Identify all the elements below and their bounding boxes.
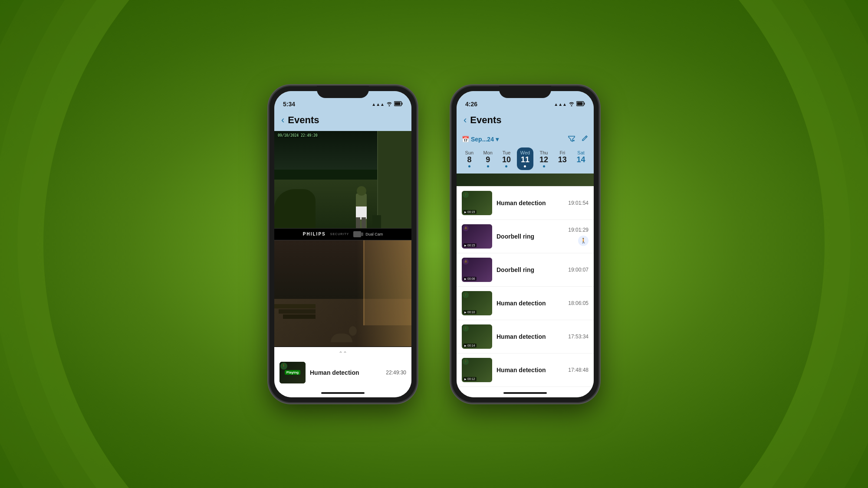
indoor-scene (274, 240, 411, 347)
pet-silhouette (331, 325, 357, 342)
day-cell-fri[interactable]: Fri 13 (554, 147, 571, 170)
phone2-status-icons: ▲▲▲ (554, 101, 585, 108)
phone1-video-top[interactable]: 09/10/2024 22:49:20 (274, 131, 411, 228)
event-content-1: Human detection (496, 200, 564, 206)
event-thumb-3[interactable]: 🔔 00:06 (462, 258, 492, 282)
event-item-3[interactable]: 🔔 00:06 Doorbell ring 19:00:07 (457, 253, 594, 287)
phone1-battery-icon (394, 101, 403, 108)
day-dot-wed (524, 165, 526, 167)
day-name-sun: Sun (465, 150, 474, 155)
brand-security: SECURITY (330, 233, 349, 236)
phone2-battery-icon (576, 101, 585, 108)
dropdown-icon: ▾ (496, 136, 499, 143)
svg-rect-1 (402, 102, 403, 105)
event-thumb-2[interactable]: 🔔 00:15 (462, 224, 492, 249)
stairs (274, 304, 316, 347)
day-name-thu: Thu (540, 150, 548, 155)
event-item-2[interactable]: 🔔 00:15 Doorbell ring 19:01:29 🚶 (457, 220, 594, 253)
phone2-home-bar (503, 392, 547, 394)
phone-2: 4:26 ▲▲▲ ‹ Events 📅 Sep...24 ▾ (451, 86, 599, 403)
day-number-sun: 8 (467, 155, 471, 164)
phone2-events-list[interactable]: 🚶 00:15 Human detection 19:01:54 🔔 00:15… (457, 174, 594, 389)
phone2-month-selector[interactable]: 📅 Sep...24 ▾ (462, 136, 499, 143)
day-name-sat: Sat (577, 150, 585, 155)
phone2-back-button[interactable]: ‹ (464, 115, 467, 126)
thumb-duration-6: 00:12 (463, 377, 477, 381)
day-number-fri: 13 (558, 155, 567, 164)
phone1-brand-overlay: PHILIPS SECURITY Dual Cam (274, 228, 411, 240)
event-time-3: 19:00:07 (568, 267, 589, 273)
phone1-screen: 5:34 ▲▲▲ ‹ Events (274, 91, 411, 397)
human-detect-icon-2: 🚶 (578, 236, 589, 246)
phone2-signal-icon: ▲▲▲ (554, 102, 567, 107)
day-number-sat: 14 (577, 155, 585, 164)
day-number-wed: 11 (521, 155, 529, 164)
phone1-video-container[interactable]: 09/10/2024 22:49:20 PHILIPS SECURITY Dua… (274, 131, 411, 347)
svg-rect-2 (395, 102, 401, 105)
event-item-6[interactable]: 🚶 00:12 Human detection 17:48:48 (457, 354, 594, 387)
svg-rect-5 (577, 102, 583, 105)
phone1-title: Events (288, 115, 319, 126)
partial-event-item[interactable] (457, 174, 594, 187)
svg-line-8 (585, 137, 586, 138)
event-time-4: 18:06:05 (568, 300, 589, 306)
day-cell-sun[interactable]: Sun 8 (461, 147, 477, 170)
phone1-notch (317, 86, 369, 98)
day-cell-thu[interactable]: Thu 12 (536, 147, 552, 170)
phone1-swipe-indicator: ⌃⌃ (279, 350, 406, 357)
event-title-4: Human detection (496, 300, 564, 307)
day-dot-sun (468, 165, 470, 167)
dual-cam-label: Dual Cam (365, 232, 383, 236)
event-item-1[interactable]: 🚶 00:15 Human detection 19:01:54 (457, 187, 594, 220)
phone2-notch (499, 86, 551, 98)
phone1-event-name: Human detection (310, 369, 381, 376)
chevron-up-icon: ⌃⌃ (339, 350, 347, 357)
event-title-5: Human detection (496, 333, 564, 340)
night-vision-bg (274, 131, 411, 228)
thumb-duration-2: 00:15 (463, 243, 477, 247)
phone2-week-calendar: Sun 8 Mon 9 Tue 10 Wed 11 Thu 12 (457, 146, 594, 174)
event-thumb-4[interactable]: 🚶 00:10 (462, 291, 492, 315)
phone1-signal-icon: ▲▲▲ (372, 102, 385, 107)
phone1-event-info: Human detection (310, 369, 381, 376)
event-title-2: Doorbell ring (496, 233, 564, 240)
event-thumb-6[interactable]: 🚶 00:12 (462, 358, 492, 382)
day-number-thu: 12 (539, 155, 548, 164)
filter-icon[interactable] (568, 134, 575, 144)
brand-name: PHILIPS (303, 232, 326, 236)
phone2-screen: 4:26 ▲▲▲ ‹ Events 📅 Sep...24 ▾ (457, 91, 594, 397)
phone1-video-bottom[interactable] (274, 240, 411, 347)
event-thumb-1[interactable]: 🚶 00:15 (462, 191, 492, 215)
phone1-status-icons: ▲▲▲ (372, 101, 403, 108)
phone1-wifi-icon (386, 101, 392, 108)
event-content-3: Doorbell ring (496, 266, 564, 273)
event-content-2: Doorbell ring (496, 233, 564, 240)
event-content-5: Human detection (496, 333, 564, 340)
event-time-2: 19:01:29 (568, 227, 589, 233)
event-thumb-5[interactable]: 🚶 00:14 (462, 324, 492, 349)
playing-overlay: Playing (279, 362, 306, 383)
playing-label: Playing (285, 370, 300, 375)
event-title-1: Human detection (496, 200, 564, 206)
event-content-6: Human detection (496, 367, 564, 373)
thumb-duration-4: 00:10 (463, 310, 477, 314)
phone1-event-thumbnail[interactable]: 🚶 Playing (279, 362, 306, 383)
day-cell-mon[interactable]: Mon 9 (480, 147, 496, 170)
phone1-back-button[interactable]: ‹ (281, 115, 284, 126)
calendar-icon: 📅 (462, 136, 469, 143)
day-name-mon: Mon (483, 150, 492, 155)
day-cell-wed[interactable]: Wed 11 (517, 147, 533, 170)
day-number-mon: 9 (486, 155, 490, 164)
event-time-6: 17:48:48 (568, 367, 589, 373)
event-item-4[interactable]: 🚶 00:10 Human detection 18:06:05 (457, 287, 594, 320)
day-cell-tue[interactable]: Tue 10 (498, 147, 515, 170)
day-cell-sat[interactable]: Sat 14 (573, 147, 589, 170)
phone2-time: 4:26 (465, 101, 477, 108)
phone1-time: 5:34 (283, 101, 295, 108)
phone1-event-item[interactable]: 🚶 Playing Human detection 22:49:30 (279, 360, 406, 385)
event-item-5[interactable]: 🚶 00:14 Human detection 17:53:34 (457, 320, 594, 354)
edit-icon[interactable] (581, 134, 589, 144)
day-dot-mon (487, 165, 489, 167)
camera-icon (353, 231, 361, 237)
phone1-header: ‹ Events (274, 110, 411, 131)
